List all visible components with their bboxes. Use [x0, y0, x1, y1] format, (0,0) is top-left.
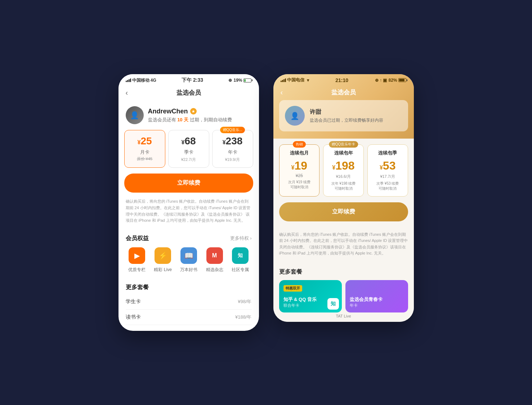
plan-tag2-monthly: 热销: [293, 141, 306, 148]
bundle-zhihu-qq[interactable]: 特惠双开 知乎 & QQ 音乐 联合年卡 知: [279, 280, 342, 312]
plan-card2-monthly[interactable]: 热销 连续包月 ¥19 ¥25 次月 ¥19 续费可随时取消: [279, 144, 320, 196]
nav-title-1: 盐选会员: [137, 89, 241, 97]
icons-2: ⊕ ↑ ▣: [375, 78, 387, 83]
plans2-section: 热销 连续包月 ¥19 ¥25 次月 ¥19 续费可随时取消 赠QQ音乐年卡 连…: [273, 139, 414, 202]
plan-name2-annual: 连续包年: [326, 150, 361, 156]
plan-card-annual[interactable]: 赠QQ音乐... ¥238 年卡 ¥19.9/月: [212, 130, 253, 168]
avatar-2: 👤: [285, 106, 305, 126]
package-row-reading[interactable]: 读书卡 ¥188/年: [126, 310, 252, 325]
status-bar-1: 中国移动 4G 下午 2:33 ⊕ 19%: [119, 74, 259, 85]
benefit-label-magazine: 精选杂志: [206, 267, 223, 273]
user-info-2: 许甜 盐选会员已过期，立即续费畅享好内容: [310, 108, 402, 123]
nav-title-2: 盐选会员: [291, 88, 396, 96]
benefit-icon-column: ▶: [129, 247, 145, 264]
plan-sub2-annual: ¥16.6/月: [326, 174, 361, 179]
phone2-header: 中国电信 ▾ 21:10 ⊕ ↑ ▣ 82% ‹ 盐选会员: [273, 74, 414, 139]
plan-card-monthly[interactable]: ¥25 月卡 原价 ¥45: [124, 130, 165, 168]
avatar-img-2: 👤: [285, 106, 305, 126]
benefit-column: ▶ 优质专栏: [128, 247, 146, 273]
vip-badge: ★: [190, 108, 197, 114]
plan-tag2-annual: 赠QQ音乐年卡: [329, 141, 358, 148]
plan-card2-annual[interactable]: 赠QQ音乐年卡 连续包年 ¥198 ¥16.6/月 次年 ¥198 续费可随时取…: [323, 144, 364, 196]
battery-icon: [243, 78, 251, 82]
plan-name-quarterly: 季卡: [172, 149, 205, 156]
carrier-label: 中国移动 4G: [132, 77, 156, 84]
benefit-icon-books: 📖: [180, 247, 197, 264]
battery-percent-2: 82%: [388, 78, 397, 83]
benefit-magazine: M 精选杂志: [206, 247, 223, 273]
plan-price-annual: ¥238: [216, 135, 249, 147]
benefits-title: 会员权益: [126, 235, 149, 242]
user-info-1: AndrewChen ★ 盐选会员还有 10 天 过期，到期自动续费: [148, 108, 252, 123]
status-text-1: 盐选会员还有: [148, 117, 176, 122]
days-highlight: 10 天: [177, 117, 188, 122]
plan-name-annual: 年卡: [216, 149, 249, 156]
more-packages-2: 更多套餐 特惠双开 知乎 & QQ 音乐 联合年卡: [273, 262, 414, 318]
user-section-1: 👤 AndrewChen ★ 盐选会员还有 10 天 过期，到期自动续费: [119, 100, 259, 130]
signal-icon: [126, 78, 131, 82]
benefit-label-column: 优质专栏: [128, 267, 146, 273]
status-left-2: 中国电信 ▾: [281, 77, 309, 83]
time-label: 下午 2:33: [182, 77, 203, 84]
package-name-student: 学生卡: [126, 298, 141, 305]
plan-card2-quarterly[interactable]: 连续包季 ¥53 ¥17.7/月 次季 ¥53 续费可随时取消: [367, 144, 408, 196]
plan-name2-quarterly: 连续包季: [371, 150, 405, 156]
benefit-label-live: 精彩 Live: [154, 267, 171, 273]
package-price-reading: ¥188/年: [235, 314, 252, 320]
benefit-live: ⚡ 精彩 Live: [154, 247, 171, 273]
more-packages-list: 学生卡 ¥98/年 读书卡 ¥188/年: [119, 294, 259, 331]
disclaimer-1: 确认购买后，将向您的 iTunes 账户收款。自动续费 iTunes 账户会在到…: [119, 198, 259, 231]
plan-price2-annual: ¥198: [326, 159, 361, 172]
bundle-cards: 特惠双开 知乎 & QQ 音乐 联合年卡 知: [279, 280, 408, 312]
battery-percent: 19%: [233, 78, 242, 83]
avatar-img-1: 👤: [126, 106, 144, 124]
bundle-title-youth: 盐选会员青春卡: [350, 296, 404, 303]
plan-tag-annual: 赠QQ音乐...: [220, 127, 245, 133]
bundle-youth-card[interactable]: 盐选会员青春卡 年卡: [345, 280, 408, 312]
back-button-2[interactable]: ‹: [281, 88, 291, 96]
avatar-1: 👤: [126, 106, 144, 124]
benefits-more[interactable]: 更多特权 ›: [230, 235, 252, 242]
status-left-1: 中国移动 4G: [126, 77, 156, 84]
disclaimer-2: 确认购买后，将向您的 iTunes 账户收款。自动续费 iTunes 账户会在到…: [273, 227, 414, 262]
location-icon: ⊕: [228, 78, 232, 83]
back-button-1[interactable]: ‹: [126, 89, 137, 97]
tat-live-label: TAT Live: [279, 314, 408, 318]
plan-sub-annual: ¥19.9/月: [216, 157, 249, 162]
status-bar-2: 中国电信 ▾ 21:10 ⊕ ↑ ▣ 82%: [273, 74, 414, 85]
status-suffix: 过期，到期自动续费: [190, 117, 232, 122]
benefit-icon-live: ⚡: [155, 247, 171, 264]
nav-bar-1: ‹ 盐选会员: [119, 85, 259, 100]
bundle-youth-content: 盐选会员青春卡 年卡: [345, 280, 408, 312]
plan-sub-quarterly: ¥22.7/月: [172, 157, 205, 162]
benefit-books: 📖 万本好书: [180, 247, 197, 273]
user-name-2: 许甜: [310, 108, 402, 116]
user-name-1: AndrewChen ★: [148, 108, 252, 115]
user-status-1: 盐选会员还有 10 天 过期，到期自动续费: [148, 117, 252, 123]
package-name-reading: 读书卡: [126, 314, 141, 320]
carrier-label-2: 中国电信: [287, 77, 304, 83]
phone-2: 中国电信 ▾ 21:10 ⊕ ↑ ▣ 82% ‹ 盐选会员: [273, 74, 414, 322]
cta-button-1[interactable]: 立即续费: [124, 174, 253, 193]
package-price-student: ¥98/年: [238, 298, 251, 305]
plan-price-quarterly: ¥68: [172, 135, 205, 147]
disclaimer-text-2: 确认购买后，将向您的 iTunes 账户收款。自动续费 iTunes 账户会在到…: [279, 232, 408, 256]
plan-name2-monthly: 连续包月: [282, 150, 317, 156]
phone-1: 中国移动 4G 下午 2:33 ⊕ 19% ‹ 盐选会员 👤: [119, 74, 259, 330]
user-card-2: 👤 许甜 盐选会员已过期，立即续费畅享好内容: [279, 100, 408, 131]
disclaimer-text-1: 确认购买后，将向您的 iTunes 账户收款。自动续费 iTunes 账户会在到…: [126, 199, 251, 222]
package-row-student[interactable]: 学生卡 ¥98/年: [126, 294, 252, 310]
plan-price2-quarterly: ¥53: [371, 159, 405, 172]
benefits-header: 会员权益 更多特权 ›: [119, 231, 259, 247]
benefit-label-books: 万本好书: [180, 267, 197, 273]
plan-price-monthly: ¥25: [128, 135, 161, 147]
more-packages-title-2: 更多套餐: [279, 268, 408, 276]
bundle-subtitle-youth: 年卡: [350, 303, 404, 308]
plan-card-quarterly[interactable]: ¥68 季卡 ¥22.7/月: [168, 130, 209, 168]
plan-sub2b-quarterly: 次季 ¥53 续费可随时取消: [371, 181, 405, 191]
cta-button-2[interactable]: 立即续费: [279, 202, 408, 221]
benefit-icon-community: 知: [232, 247, 249, 264]
plans-section-1: ¥25 月卡 原价 ¥45 ¥68 季卡 ¥22.7/月 赠QQ音乐... ¥2…: [119, 130, 259, 174]
more-packages-header: 更多套餐: [119, 280, 259, 294]
signal-icon-2: [281, 78, 286, 82]
